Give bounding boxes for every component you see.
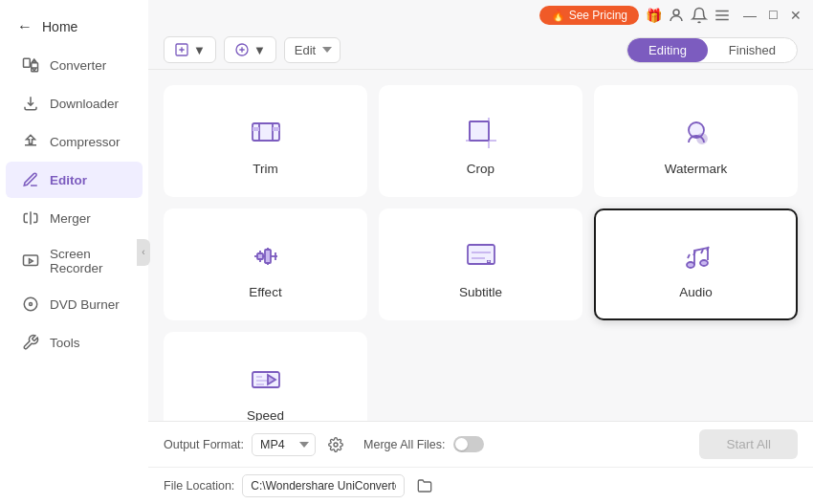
effect-label: Effect (249, 285, 281, 299)
trim-label: Trim (253, 162, 278, 176)
sidebar-collapse-button[interactable]: ‹ (137, 239, 150, 266)
svg-line-34 (688, 254, 690, 258)
svg-point-42 (334, 443, 338, 447)
start-all-button[interactable]: Start All (699, 429, 798, 459)
sidebar: ← Home Converter Downloader Compressor E… (0, 0, 148, 504)
svg-point-33 (700, 260, 708, 266)
tab-group: Editing Finished (626, 37, 798, 63)
add-extra-button[interactable]: ▼ (224, 36, 276, 63)
sidebar-item-tools[interactable]: Tools (6, 324, 143, 361)
feature-card-speed[interactable]: Speed (164, 332, 367, 421)
output-format-settings-icon[interactable] (323, 432, 348, 457)
dvd-burner-icon (21, 295, 40, 314)
fire-icon: 🔥 (551, 9, 565, 22)
see-pricing-button[interactable]: 🔥 See Pricing (539, 6, 639, 25)
svg-point-32 (687, 262, 694, 268)
file-location-bar: File Location: (148, 467, 813, 504)
merge-files-label: Merge All Files: (363, 438, 445, 451)
sidebar-screen-recorder-label: Screen Recorder (50, 247, 127, 275)
notification-icon[interactable] (691, 7, 708, 24)
feature-card-effect[interactable]: Effect (164, 208, 367, 320)
svg-rect-0 (24, 58, 31, 67)
footer-bar: Output Format: MP4 MOV AVI MKV WMV Merge… (148, 421, 813, 467)
profile-icon[interactable] (668, 7, 685, 24)
sidebar-item-compressor[interactable]: Compressor (6, 123, 143, 160)
window-controls: — ☐ ✕ (740, 9, 805, 22)
sidebar-item-screen-recorder[interactable]: Screen Recorder (6, 238, 143, 284)
sidebar-downloader-label: Downloader (50, 97, 119, 111)
sidebar-home-label: Home (42, 19, 77, 34)
sidebar-home[interactable]: ← Home (0, 8, 148, 46)
gift-icon[interactable]: 🎁 (645, 7, 662, 24)
watermark-label: Watermark (665, 162, 728, 176)
menu-icon[interactable] (714, 7, 731, 24)
add-file-button[interactable]: ▼ (164, 36, 216, 63)
merge-toggle[interactable] (453, 436, 484, 452)
subtitle-label: Subtitle (459, 285, 502, 299)
home-back-icon: ← (15, 17, 34, 36)
converter-icon (21, 55, 40, 75)
svg-rect-28 (265, 250, 271, 263)
svg-line-36 (701, 250, 703, 253)
svg-point-6 (673, 10, 679, 15)
sidebar-item-downloader[interactable]: Downloader (6, 85, 143, 121)
output-format-row: Output Format: MP4 MOV AVI MKV WMV (164, 432, 348, 457)
downloader-icon (21, 94, 40, 113)
sidebar-item-dvd-burner[interactable]: DVD Burner (6, 286, 143, 322)
merger-icon (21, 208, 40, 228)
feature-card-watermark[interactable]: Watermark (594, 85, 798, 197)
feature-grid: Trim Crop Watermark (164, 85, 798, 421)
compressor-icon (21, 132, 40, 151)
tab-finished[interactable]: Finished (708, 38, 797, 62)
screen-recorder-icon (21, 252, 40, 271)
feature-card-crop[interactable]: Crop (379, 85, 582, 197)
close-button[interactable]: ✕ (786, 9, 805, 22)
feature-card-subtitle[interactable]: Subtitle (379, 208, 582, 320)
tools-icon (21, 333, 40, 352)
add-file-label: ▼ (193, 43, 206, 57)
output-format-select[interactable]: MP4 MOV AVI MKV WMV (252, 433, 316, 456)
titlebar: 🔥 See Pricing 🎁 — ☐ ✕ (148, 0, 813, 31)
audio-label: Audio (679, 285, 713, 299)
sidebar-item-editor[interactable]: Editor (6, 162, 143, 198)
tab-editing[interactable]: Editing (627, 38, 708, 62)
file-location-input[interactable] (242, 474, 405, 497)
open-folder-icon[interactable] (412, 473, 437, 498)
main-content: 🔥 See Pricing 🎁 — ☐ ✕ ▼ ▼ Edit (148, 0, 813, 504)
feature-content: Trim Crop Watermark (148, 70, 813, 421)
speed-label: Speed (247, 408, 284, 421)
feature-card-audio[interactable]: Audio (594, 208, 798, 320)
svg-point-4 (24, 297, 37, 311)
minimize-button[interactable]: — (740, 9, 759, 22)
merge-row: Merge All Files: (363, 436, 483, 452)
crop-label: Crop (467, 162, 494, 176)
feature-card-trim[interactable]: Trim (164, 85, 367, 197)
add-extra-label: ▼ (253, 43, 266, 57)
edit-select[interactable]: Edit (284, 37, 341, 63)
sidebar-converter-label: Converter (50, 58, 106, 73)
svg-rect-12 (253, 123, 279, 141)
toolbar: ▼ ▼ Edit Editing Finished (148, 31, 813, 70)
editor-icon (21, 170, 40, 189)
maximize-button[interactable]: ☐ (763, 9, 782, 22)
file-location-label: File Location: (164, 479, 234, 493)
svg-point-22 (697, 134, 707, 143)
svg-rect-15 (253, 127, 259, 131)
svg-rect-16 (273, 127, 279, 131)
output-format-label: Output Format: (164, 438, 244, 451)
sidebar-editor-label: Editor (50, 173, 87, 187)
svg-rect-17 (470, 121, 489, 141)
sidebar-merger-label: Merger (50, 211, 91, 226)
sidebar-dvd-burner-label: DVD Burner (50, 297, 120, 312)
svg-point-5 (30, 303, 33, 306)
sidebar-item-converter[interactable]: Converter (6, 47, 143, 83)
sidebar-item-merger[interactable]: Merger (6, 200, 143, 236)
svg-rect-27 (257, 253, 263, 259)
sidebar-tools-label: Tools (50, 336, 80, 350)
sidebar-compressor-label: Compressor (50, 135, 121, 149)
